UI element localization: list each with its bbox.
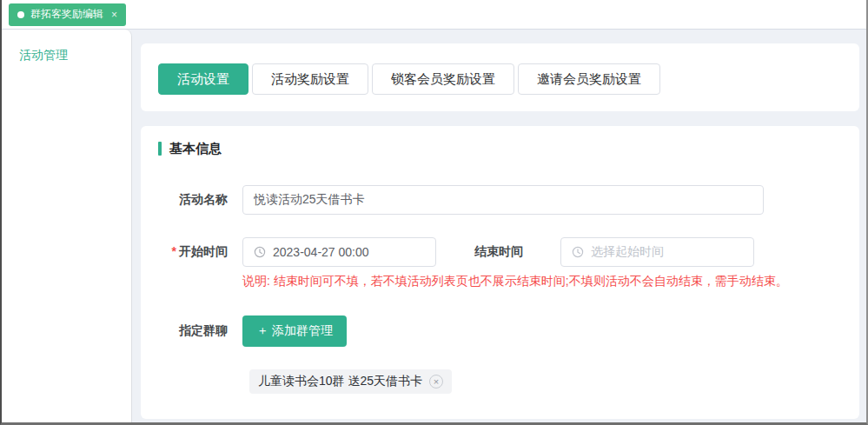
activity-name-row: 活动名称 (158, 185, 842, 215)
end-time-label: 结束时间 (436, 244, 523, 260)
clock-icon (254, 246, 266, 258)
add-group-button[interactable]: ＋ 添加群管理 (242, 315, 347, 347)
group-chat-label: 指定群聊 (158, 323, 228, 339)
tabs-card: 活动设置 活动奖励设置 锁客会员奖励设置 邀请会员奖励设置 (141, 43, 859, 111)
add-group-button-label: 添加群管理 (272, 323, 333, 339)
start-time-value: 2023-04-27 00:00 (273, 245, 369, 259)
sidebar-item-activity-management[interactable]: 活动管理 (2, 43, 131, 66)
end-time-placeholder: 选择起始时间 (591, 244, 664, 260)
start-time-label: *开始时间 (158, 244, 228, 260)
tab-group: 活动设置 活动奖励设置 锁客会员奖励设置 邀请会员奖励设置 (158, 63, 842, 95)
section-header: 基本信息 (158, 140, 842, 157)
clock-icon (572, 246, 584, 258)
app-window: 群拓客奖励编辑 × 活动管理 活动设置 活动奖励设置 锁客会员奖励设置 邀请会员… (0, 0, 868, 425)
section-accent-bar (158, 142, 162, 156)
required-asterisk: * (172, 244, 176, 258)
route-tag-active[interactable]: 群拓客奖励编辑 × (9, 3, 126, 26)
content-area: 活动设置 活动奖励设置 锁客会员奖励设置 邀请会员奖励设置 基本信息 活动名称 (132, 30, 866, 422)
end-time-input[interactable]: 选择起始时间 (560, 237, 754, 267)
activity-name-input[interactable] (242, 185, 764, 215)
tab-activity-reward-settings[interactable]: 活动奖励设置 (252, 63, 368, 95)
group-chat-tag-label: 儿童读书会10群 送25天借书卡 (258, 374, 422, 389)
plus-icon: ＋ (256, 323, 268, 339)
active-dot-icon (17, 11, 24, 18)
note-row: 说明: 结束时间可不填，若不填活动列表页也不展示结束时间;不填则活动不会自动结束… (158, 272, 842, 289)
tab-activity-settings[interactable]: 活动设置 (158, 63, 248, 95)
time-row: *开始时间 2023-04-27 00:00 结束时间 (158, 237, 842, 267)
basic-info-form: 活动名称 *开始时间 2023-04-27 00:00 结束时间 (158, 185, 842, 394)
close-icon[interactable]: × (111, 9, 117, 21)
activity-name-label: 活动名称 (158, 192, 228, 208)
group-chat-tag: 儿童读书会10群 送25天借书卡 × (249, 369, 452, 394)
sidebar: 活动管理 (2, 30, 132, 422)
main-layout: 活动管理 活动设置 活动奖励设置 锁客会员奖励设置 邀请会员奖励设置 基本信息 (2, 30, 866, 422)
group-chat-row: 指定群聊 ＋ 添加群管理 (158, 315, 842, 347)
group-tag-row: 儿童读书会10群 送25天借书卡 × (158, 369, 842, 394)
tag-close-icon[interactable]: × (429, 375, 443, 388)
basic-info-card: 基本信息 活动名称 *开始时间 (141, 126, 859, 419)
start-time-input[interactable]: 2023-04-27 00:00 (242, 237, 436, 267)
section-title: 基本信息 (169, 141, 222, 157)
end-time-note: 说明: 结束时间可不填，若不填活动列表页也不展示结束时间;不填则活动不会自动结束… (242, 274, 788, 288)
tab-invite-member-reward-settings[interactable]: 邀请会员奖励设置 (518, 63, 660, 95)
tags-view-bar: 群拓客奖励编辑 × (2, 0, 866, 30)
tab-lock-member-reward-settings[interactable]: 锁客会员奖励设置 (372, 63, 514, 95)
route-tag-label: 群拓客奖励编辑 (30, 7, 103, 22)
